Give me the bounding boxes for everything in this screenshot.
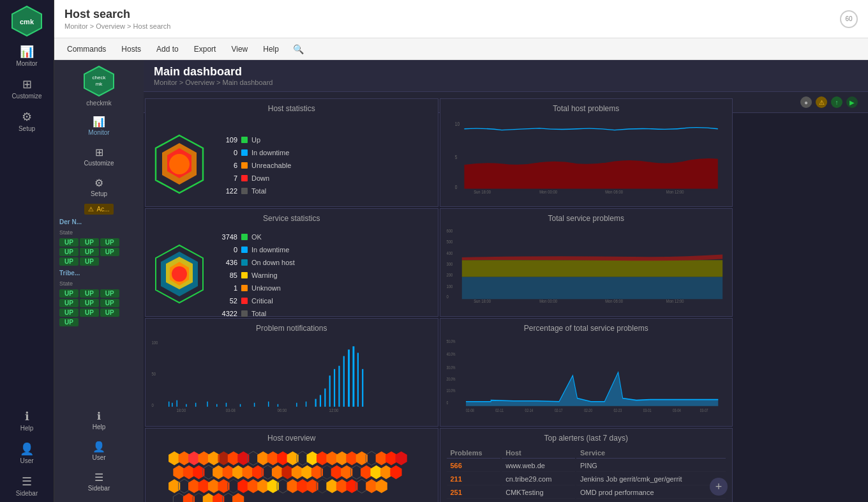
svg-rect-61	[362, 369, 363, 407]
sidebar-item-user[interactable]: 👤 User	[0, 437, 54, 469]
play-nav-icon[interactable]: ▶	[846, 96, 858, 108]
svg-text:Mon 12:00: Mon 12:00	[666, 189, 684, 194]
percentage-service-cell: Percentage of total service problems 50.…	[440, 318, 733, 427]
svg-rect-53	[324, 388, 326, 406]
svg-text:Mon 06:00: Mon 06:00	[605, 298, 623, 303]
svg-text:10.0%: 10.0%	[446, 388, 456, 393]
svg-text:02-17: 02-17	[554, 407, 562, 413]
svg-text:600: 600	[446, 228, 453, 233]
panel-item-customize[interactable]: ⊞ Customize	[54, 141, 144, 172]
svg-text:30.0%: 30.0%	[446, 365, 456, 370]
stat-up-dot	[241, 137, 248, 143]
stat-unreachable-label: Unreachable	[251, 159, 291, 172]
svc-stat-warning: 85 Warning	[218, 269, 295, 282]
svg-rect-54	[329, 376, 331, 407]
add-widget-button[interactable]: +	[710, 478, 728, 496]
panel-alert: ⚠ Ac...	[84, 204, 113, 215]
host-hex-visual	[151, 133, 208, 199]
stat-downtime-dot	[241, 149, 248, 156]
alerters-table: Problems Host Service 566 www.web.de PIN…	[445, 446, 728, 500]
host-stats-content: 109 Up 0 In downtime 6 Unreachabl	[151, 117, 433, 214]
stat-total-label: Total	[251, 185, 266, 197]
setup-icon: ⚙	[22, 110, 32, 124]
topbar-right: 60	[840, 10, 858, 28]
svg-text:5: 5	[454, 154, 457, 160]
up-badge: UP	[100, 299, 119, 307]
alerters-service-1: PING	[576, 460, 726, 472]
panel-item-help[interactable]: ℹ Help	[54, 405, 144, 436]
page-title: Host search	[64, 8, 840, 21]
svg-text:02-11: 02-11	[495, 407, 504, 413]
help-icon: ℹ	[25, 409, 29, 423]
svg-text:02-14: 02-14	[525, 407, 533, 413]
svg-marker-156	[232, 493, 244, 502]
svg-text:02-23: 02-23	[613, 407, 622, 413]
sidebar-item-customize[interactable]: ⊞ Customize	[0, 72, 54, 105]
up-badge: UP	[59, 289, 79, 298]
stat-down-label: Down	[251, 172, 269, 185]
svc-stat-unknown: 1 Unknown	[218, 282, 295, 294]
alerters-col-service: Service	[576, 448, 726, 459]
svg-text:Mon 12:00: Mon 12:00	[666, 298, 684, 303]
svg-text:10: 10	[454, 121, 459, 127]
sidebar-item-help[interactable]: ℹ Help	[0, 404, 54, 437]
svg-marker-118	[301, 465, 313, 479]
menu-hosts[interactable]: Hosts	[115, 42, 147, 56]
service-hex-visual	[151, 243, 208, 308]
svg-text:300: 300	[446, 262, 453, 267]
svg-text:100: 100	[151, 340, 158, 346]
circle-icon-grey[interactable]: ●	[800, 96, 812, 108]
svg-text:0: 0	[446, 294, 449, 299]
menu-view[interactable]: View	[225, 42, 254, 56]
svc-stat-critical: 52 Critical	[218, 294, 295, 307]
svg-rect-40	[186, 404, 186, 407]
table-row: 251 CMKTesting OMD prod performance	[447, 487, 726, 499]
sidebar-bottom: ℹ Help 👤 User ☰ Sidebar	[0, 404, 54, 502]
panel-item-setup[interactable]: ⚙ Setup	[54, 172, 144, 202]
sidebar-item-sidebar[interactable]: ☰ Sidebar	[0, 469, 54, 502]
svg-rect-41	[195, 403, 196, 407]
panel-item-monitor[interactable]: 📊 Monitor	[54, 110, 144, 141]
total-service-problems-chart: 600 500 400 300 200 100 0	[445, 227, 728, 305]
up-nav-icon[interactable]: ↑	[831, 96, 842, 108]
menu-export[interactable]: Export	[188, 42, 223, 56]
alerters-host-3: CMKTesting	[502, 487, 575, 499]
sidebar-item-setup[interactable]: ⚙ Setup	[0, 105, 54, 137]
svg-marker-147	[356, 479, 368, 493]
panel-section-dern: Der N...	[54, 216, 144, 228]
svg-text:Mon 00:00: Mon 00:00	[539, 189, 557, 194]
alerters-host-2: cn.tribe29.com	[502, 473, 575, 485]
menu-help[interactable]: Help	[257, 42, 285, 56]
menu-commands[interactable]: Commands	[61, 42, 112, 56]
svg-text:cmk: cmk	[20, 18, 34, 26]
percentage-service-chart: 50.0% 40.0% 30.0% 20.0% 10.0% 0 02-08 02…	[445, 337, 728, 415]
warning-nav-icon[interactable]: ⚠	[816, 96, 827, 108]
svg-marker-121	[331, 465, 343, 479]
stat-row-unreachable: 6 Unreachable	[218, 159, 291, 172]
up-badge: UP	[59, 257, 79, 266]
svg-rect-28	[461, 277, 722, 299]
alerters-service-3: OMD prod performance	[576, 487, 726, 499]
sidebar-item-monitor[interactable]: 📊 Monitor	[0, 40, 54, 72]
host-statistics-title: Host statistics	[151, 104, 433, 113]
service-stats-content: 3748 OK 0 In downtime 436 On down	[151, 227, 433, 324]
dashboard-row-2: Service statistics	[145, 208, 733, 317]
panel-item-user[interactable]: 👤 User	[54, 436, 144, 466]
up-badge: UP	[59, 248, 79, 256]
table-row: 211 cn.tribe29.com Jenkins Job gerrit/cm…	[447, 473, 726, 485]
total-service-problems-title: Total service problems	[445, 214, 728, 223]
dashboard-grid: Host statistics	[144, 97, 734, 502]
up-badge: UP	[80, 257, 99, 266]
app-logo[interactable]: cmk	[11, 5, 43, 37]
svg-rect-43	[216, 404, 217, 407]
svg-marker-104	[396, 452, 407, 466]
checkmk-label: checkmk	[86, 100, 111, 107]
up-badge: UP	[59, 308, 79, 317]
alerters-problems-3: 251	[447, 487, 501, 499]
svg-rect-42	[207, 402, 207, 407]
stat-down-dot	[241, 175, 248, 181]
main-content: Main dashboard Monitor > Overview > Main…	[144, 60, 868, 502]
menu-add-to[interactable]: Add to	[150, 42, 185, 56]
panel-item-sidebar[interactable]: ☰ Sidebar	[54, 466, 144, 497]
service-statistics-cell: Service statistics	[145, 208, 438, 317]
